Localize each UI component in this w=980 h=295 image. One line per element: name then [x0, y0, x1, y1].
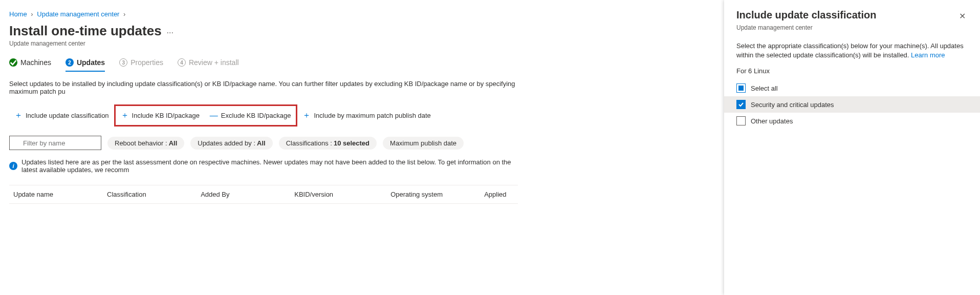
- pill-value: All: [257, 139, 266, 147]
- classifications-filter[interactable]: Classifications : 10 selected: [279, 137, 377, 150]
- table-header: Update name Classification Added By KBID…: [9, 185, 518, 204]
- checkbox-label: Select all: [751, 85, 778, 92]
- plus-icon: ＋: [14, 110, 23, 121]
- tab-label: Review + install: [189, 58, 239, 67]
- step-number-icon: 4: [178, 58, 186, 67]
- panel-title: Include update classification: [736, 9, 876, 21]
- pill-label: Reboot behavior :: [115, 139, 167, 147]
- more-actions-icon[interactable]: ···: [167, 25, 173, 37]
- pill-value: 10 selected: [334, 139, 369, 147]
- button-label: Include by maximum patch publish date: [314, 112, 430, 119]
- reboot-behavior-filter[interactable]: Reboot behavior : All: [107, 137, 184, 150]
- button-label: Include update classification: [26, 112, 109, 119]
- button-label: Exclude KB ID/package: [221, 112, 291, 119]
- wizard-tabs: Machines 2 Updates 3 Properties 4 Review…: [9, 58, 518, 72]
- updates-added-by-filter[interactable]: Updates added by : All: [190, 137, 272, 150]
- filter-name-input[interactable]: [9, 136, 101, 150]
- page-description: Select updates to be installed by includ…: [9, 80, 518, 95]
- pill-label: Maximum publish date: [390, 139, 456, 147]
- breadcrumb-sep: ›: [31, 10, 33, 18]
- filter-input-wrap: [9, 136, 101, 150]
- highlight-box: ＋ Include KB ID/package — Exclude KB ID/…: [114, 104, 298, 127]
- page-title: Install one-time updates: [9, 23, 162, 39]
- classification-option-other[interactable]: Other updates: [724, 113, 980, 129]
- breadcrumb-home[interactable]: Home: [9, 10, 27, 18]
- os-label: For 6 Linux: [736, 67, 968, 75]
- exclude-kb-button[interactable]: — Exclude KB ID/package: [205, 107, 296, 124]
- filter-row: Reboot behavior : All Updates added by :…: [9, 136, 518, 150]
- tab-label: Updates: [77, 58, 105, 67]
- th-added-by[interactable]: Added By: [201, 191, 294, 198]
- checkbox-partial-icon[interactable]: [736, 83, 746, 93]
- tab-review-install[interactable]: 4 Review + install: [178, 58, 239, 72]
- select-all-row[interactable]: Select all: [724, 80, 980, 96]
- tab-updates[interactable]: 2 Updates: [66, 58, 105, 72]
- checkbox-label: Security and critical updates: [751, 101, 834, 109]
- th-applied[interactable]: Applied: [484, 191, 514, 198]
- step-number-icon: 2: [66, 58, 74, 67]
- learn-more-link[interactable]: Learn more: [911, 51, 945, 59]
- th-classification[interactable]: Classification: [107, 191, 201, 198]
- include-kb-button[interactable]: ＋ Include KB ID/package: [116, 107, 205, 124]
- breadcrumb: Home › Update management center ›: [9, 10, 518, 18]
- pill-label: Updates added by :: [198, 139, 255, 147]
- max-publish-date-filter[interactable]: Maximum publish date: [383, 137, 464, 150]
- breadcrumb-parent[interactable]: Update management center: [37, 10, 119, 18]
- checkbox-unchecked-icon[interactable]: [736, 116, 746, 125]
- checkbox-label: Other updates: [751, 117, 793, 125]
- tab-label: Machines: [20, 58, 51, 67]
- panel-description: Select the appropriate classification(s)…: [736, 41, 968, 60]
- tab-properties[interactable]: 3 Properties: [119, 58, 163, 72]
- close-icon[interactable]: ✕: [957, 9, 968, 23]
- th-update-name[interactable]: Update name: [13, 191, 107, 198]
- breadcrumb-sep: ›: [123, 10, 125, 18]
- pill-label: Classifications :: [286, 139, 332, 147]
- classification-option-security[interactable]: Security and critical updates: [724, 96, 980, 113]
- action-bar: ＋ Include update classification ＋ Includ…: [9, 104, 518, 127]
- tab-label: Properties: [130, 58, 163, 67]
- info-icon: i: [9, 162, 17, 170]
- page-subtitle: Update management center: [9, 40, 518, 47]
- button-label: Include KB ID/package: [132, 112, 200, 119]
- plus-icon: ＋: [121, 110, 129, 121]
- check-icon: [9, 58, 17, 67]
- panel-subtitle: Update management center: [736, 24, 968, 31]
- checkbox-checked-icon[interactable]: [736, 100, 746, 109]
- include-classification-button[interactable]: ＋ Include update classification: [9, 107, 114, 124]
- tab-machines[interactable]: Machines: [9, 58, 51, 72]
- pill-value: All: [169, 139, 178, 147]
- minus-icon: —: [210, 111, 218, 120]
- info-text: Updates listed here are as per the last …: [21, 158, 518, 174]
- th-operating-system[interactable]: Operating system: [390, 191, 484, 198]
- step-number-icon: 3: [119, 58, 127, 67]
- side-panel: Include update classification ✕ Update m…: [724, 0, 980, 214]
- th-kbid-version[interactable]: KBID/version: [294, 191, 390, 198]
- info-bar: i Updates listed here are as per the las…: [9, 158, 518, 174]
- plus-icon: ＋: [302, 110, 311, 121]
- include-maxdate-button[interactable]: ＋ Include by maximum patch publish date: [297, 107, 435, 124]
